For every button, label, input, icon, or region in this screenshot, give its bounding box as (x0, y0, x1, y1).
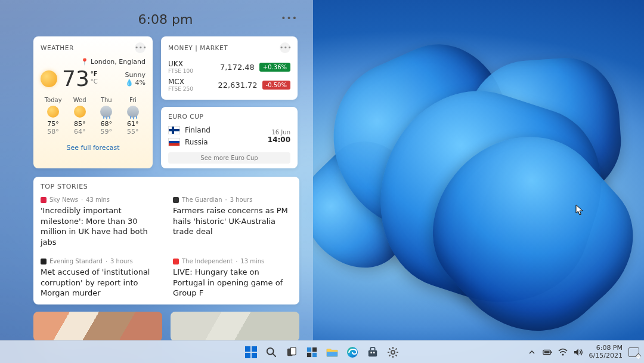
widgets-icon[interactable] (304, 344, 320, 361)
story-source: Evening Standard (49, 258, 103, 264)
market-name: FTSE 100 (168, 68, 204, 74)
unit-f[interactable]: °F (91, 70, 98, 77)
money-more-icon[interactable]: ••• (280, 42, 290, 53)
story-age: 13 mins (240, 258, 264, 264)
start-button[interactable] (243, 344, 259, 361)
action-center-icon[interactable] (628, 347, 639, 357)
story-source: Sky News (49, 196, 78, 203)
chevron-up-icon[interactable] (527, 347, 537, 357)
settings-icon[interactable] (385, 344, 401, 361)
search-icon[interactable] (263, 344, 280, 361)
panel-menu-icon[interactable]: ••• (281, 13, 298, 23)
market-name: FTSE 250 (168, 86, 204, 92)
forecast-day[interactable]: Wed 85° 64° (67, 97, 92, 136)
forecast-day[interactable]: Thu 68° 59° (94, 97, 119, 136)
team1-name: Finland (185, 126, 210, 134)
unit-c[interactable]: °C (91, 78, 98, 85)
forecast-hi: 61° (120, 120, 145, 128)
task-view-icon[interactable] (283, 344, 300, 361)
rain-icon (100, 106, 112, 118)
market-row[interactable]: MCXFTSE 250 22,631.72 -0.50% (168, 76, 290, 94)
forecast-day-label: Today (41, 97, 66, 103)
story-headline: LIVE: Hungary take on Portugal in openin… (173, 267, 292, 299)
weather-condition: Sunny (125, 71, 145, 79)
story-item[interactable]: The Independent · 13 mins LIVE: Hungary … (173, 258, 292, 299)
weather-humidity: 💧4% (125, 79, 145, 87)
mouse-cursor-icon (575, 204, 584, 216)
sun-icon (74, 106, 86, 118)
weather-widget[interactable]: WEATHER ••• 📍 London, England 73 °F °C S… (33, 36, 153, 168)
source-icon (41, 259, 47, 264)
market-value: 22,631.72 (209, 81, 258, 90)
weather-location: 📍 London, England (41, 58, 145, 66)
russia-flag-icon (168, 138, 180, 146)
top-stories-widget[interactable]: TOP STORIES Sky News · 43 mins 'Incredib… (33, 177, 299, 304)
market-row[interactable]: UKXFTSE 100 7,172.48 +0.36% (168, 58, 290, 76)
team2-name: Russia (185, 138, 208, 146)
svg-line-23 (395, 355, 397, 356)
taskbar-clock[interactable]: 6:08 PM 6/15/2021 (589, 344, 623, 359)
story-headline: Met accused of 'institutional corruption… (41, 267, 160, 299)
taskbar-time: 6:08 PM (589, 344, 623, 352)
store-icon[interactable] (364, 344, 381, 361)
weather-temp: 73 (62, 68, 89, 90)
wallpaper-bloom (310, 36, 644, 346)
story-item[interactable]: The Guardian · 3 hours Farmers raise con… (173, 196, 292, 247)
forecast-lo: 55° (120, 128, 145, 136)
volume-icon[interactable] (574, 347, 583, 357)
forecast-day[interactable]: Today 75° 58° (41, 97, 66, 136)
svg-rect-1 (252, 346, 257, 352)
svg-rect-3 (252, 353, 257, 358)
svg-rect-27 (544, 351, 549, 353)
taskbar: 6:08 PM 6/15/2021 (0, 340, 644, 363)
market-value: 7,172.48 (209, 63, 255, 72)
top-stories-title: TOP STORIES (41, 183, 292, 190)
story-item[interactable]: Evening Standard · 3 hours Met accused o… (41, 258, 160, 299)
svg-rect-0 (245, 346, 250, 352)
forecast-lo: 59° (94, 128, 119, 136)
match-date: 16 Jun (271, 129, 290, 136)
svg-rect-14 (369, 350, 377, 356)
source-icon (173, 197, 179, 203)
story-headline: Farmers raise concerns as PM hails 'hist… (173, 205, 292, 237)
story-thumbnail[interactable] (33, 312, 162, 342)
source-icon (173, 259, 179, 264)
rain-icon (127, 106, 139, 118)
forecast-hi: 75° (41, 120, 66, 128)
forecast-day-label: Thu (94, 97, 119, 103)
sun-icon (41, 70, 57, 87)
forecast-hi: 68° (94, 120, 119, 128)
weather-more-icon[interactable]: ••• (135, 42, 145, 53)
story-thumbnails (33, 312, 299, 342)
svg-line-25 (395, 348, 397, 349)
see-full-forecast-link[interactable]: See full forecast (41, 144, 145, 152)
svg-rect-11 (312, 352, 317, 356)
story-headline: 'Incredibly important milestone': More t… (41, 205, 160, 247)
story-age: 3 hours (110, 258, 133, 264)
story-item[interactable]: Sky News · 43 mins 'Incredibly important… (41, 196, 160, 247)
match-time: 14:00 (268, 136, 290, 144)
see-more-eurocup-link[interactable]: See more Euro Cup (168, 152, 290, 164)
panel-time: 6:08 pm (33, 12, 298, 27)
svg-point-17 (391, 350, 395, 354)
svg-rect-16 (373, 352, 375, 353)
sun-icon (47, 106, 59, 118)
edge-icon[interactable] (344, 344, 361, 361)
eurocup-title: EURO CUP (168, 113, 290, 120)
story-age: 43 mins (86, 196, 110, 203)
svg-rect-15 (370, 352, 372, 353)
widgets-panel: ••• 6:08 pm WEATHER ••• 📍 London, Englan… (0, 0, 313, 340)
money-widget[interactable]: MONEY | MARKET ••• UKXFTSE 100 7,172.48 … (161, 36, 298, 100)
source-icon (41, 197, 47, 203)
svg-rect-10 (307, 352, 311, 356)
svg-rect-12 (327, 352, 338, 356)
file-explorer-icon[interactable] (324, 344, 340, 361)
forecast-day[interactable]: Fri 61° 55° (120, 97, 145, 136)
weather-title: WEATHER (41, 44, 74, 51)
wifi-icon[interactable] (558, 347, 568, 357)
svg-line-5 (273, 353, 276, 356)
eurocup-widget[interactable]: EURO CUP Finland Russia 16 Jun 14:00 See… (161, 107, 298, 168)
battery-icon[interactable] (543, 347, 552, 357)
story-thumbnail[interactable] (171, 312, 299, 342)
market-code: UKX (168, 60, 204, 68)
